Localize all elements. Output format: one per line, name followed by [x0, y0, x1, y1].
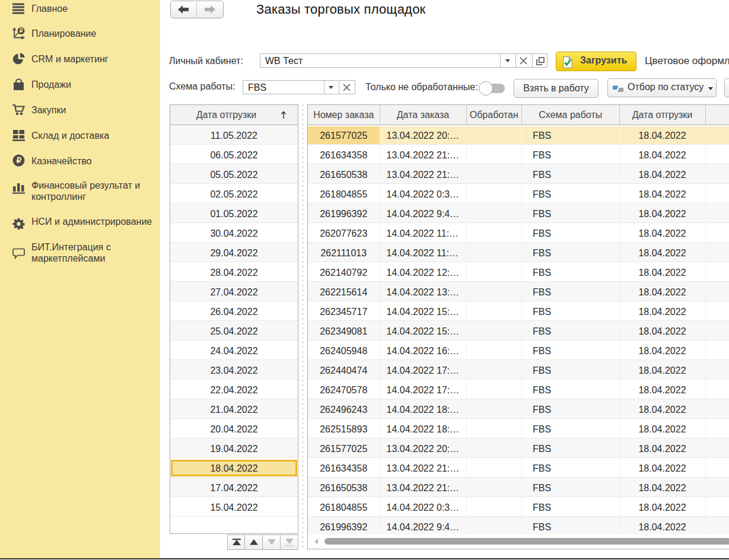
svg-text:₽: ₽	[20, 28, 23, 34]
svg-text:₽: ₽	[16, 156, 21, 165]
